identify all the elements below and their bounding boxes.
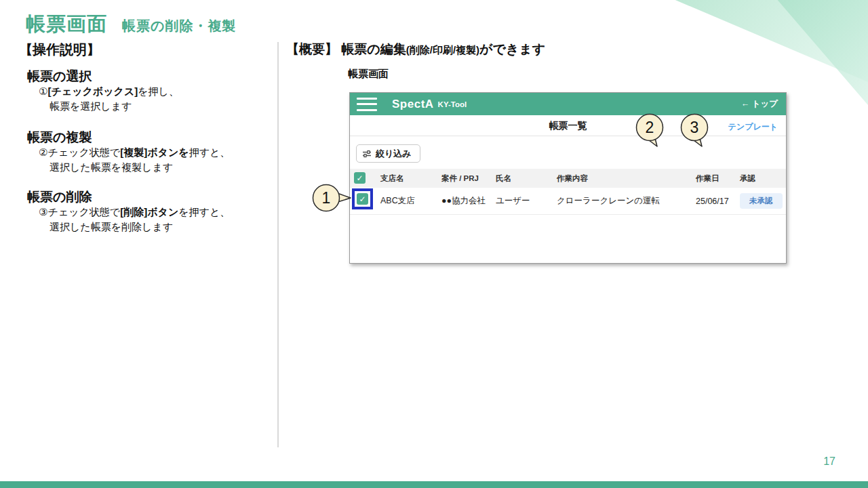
table-row[interactable]: ✓ ABC支店 ●●協力会社 ユーザー クローラークレーンの運転 25/06/1… [350, 188, 786, 215]
app-header: SpectA KY-Tool ← トップ [350, 93, 786, 115]
column-header-name: 氏名 [496, 169, 511, 188]
callout-1-number: 1 [322, 189, 331, 207]
instruction-text: ③チェック状態で [39, 206, 120, 218]
instruction-text: を押すと、 [178, 206, 230, 218]
toolbar: 絞り込み 複製 [350, 136, 786, 169]
corner-triangle-dark [671, 0, 868, 105]
hamburger-menu-icon[interactable] [357, 98, 377, 111]
instruction-bold: [削除]ボタン [120, 206, 178, 218]
app-brand: SpectA [392, 98, 434, 111]
top-link[interactable]: ← トップ [741, 98, 778, 110]
corner-triangle-light [671, 0, 868, 105]
page-title: 帳票画面 [26, 11, 107, 38]
page-subtitle: 帳票の削除・複製 [122, 17, 236, 35]
bottom-accent-bar [0, 481, 868, 488]
page-number: 17 [823, 455, 835, 468]
column-header-project: 案件 / PRJ [441, 169, 479, 188]
section-title-duplicate: 帳票の複製 [27, 129, 92, 146]
instruction-bold: [チェックボックス] [47, 85, 138, 97]
select-all-checkbox[interactable]: ✓ [354, 172, 366, 184]
list-title: 帳票一覧 [350, 120, 786, 132]
overview-label: 【概要】 [286, 42, 338, 56]
instruction-line: 帳票を選択します [50, 100, 132, 113]
instruction-line: ②チェック状態で[複製]ボタンを押すと、 [39, 146, 230, 159]
sliders-icon [362, 150, 372, 158]
app-brand-suffix: KY-Tool [438, 100, 467, 108]
column-header-branch: 支店名 [380, 169, 404, 188]
callout-2-number: 2 [646, 119, 654, 136]
app-subheader: 帳票一覧 テンプレート [350, 115, 786, 136]
overview-paren: (削除/印刷/複製) [406, 44, 479, 56]
instruction-line: ①[チェックボックス]を押し、 [39, 85, 179, 98]
row-checkbox[interactable]: ✓ [357, 193, 368, 205]
instruction-text: ① [39, 85, 47, 97]
instruction-line: 選択した帳票を複製します [50, 161, 173, 174]
overview-suffix: ができます [479, 42, 545, 56]
instruction-line: 選択した帳票を削除します [50, 221, 173, 234]
row-checkbox-highlight-box: ✓ [352, 188, 373, 209]
section-title-select: 帳票の選択 [27, 68, 92, 85]
instruction-text: を押し、 [138, 85, 179, 97]
filter-button-label: 絞り込み [376, 148, 412, 160]
table-header-row: ✓ 支店名 案件 / PRJ 氏名 作業内容 作業日 承認 [350, 169, 786, 188]
instruction-text: 押すと、 [189, 146, 231, 158]
cell-project: ●●協力会社 [441, 188, 486, 214]
column-header-work: 作業内容 [557, 169, 588, 188]
cell-name: ユーザー [496, 188, 530, 214]
screenshot-label: 帳票画面 [348, 68, 389, 81]
operations-heading: 【操作説明】 [19, 41, 100, 59]
callout-3-number: 3 [690, 119, 699, 136]
cell-work: クローラークレーンの運転 [557, 188, 660, 214]
title-row: 帳票画面 帳票の削除・複製 [26, 11, 236, 38]
overview-heading: 【概要】 帳票の編集(削除/印刷/複製)ができます [286, 41, 545, 58]
instruction-text: ②チェック状態で [39, 146, 120, 158]
cell-date: 25/06/17 [696, 188, 729, 214]
slide: 帳票画面 帳票の削除・複製 【操作説明】 帳票の選択 ①[チェックボックス]を押… [0, 0, 868, 488]
column-header-date: 作業日 [696, 169, 719, 188]
template-link[interactable]: テンプレート [728, 121, 778, 133]
column-divider [277, 42, 279, 447]
column-header-approval: 承認 [740, 169, 755, 188]
corner-decoration [671, 0, 868, 105]
callout-3: 3 [675, 113, 715, 148]
status-badge-wrap: 未承認 [740, 188, 783, 214]
callout-1: 1 [309, 180, 353, 216]
status-badge: 未承認 [740, 193, 783, 209]
section-title-delete: 帳票の削除 [27, 188, 92, 206]
instruction-line: ③チェック状態で[削除]ボタンを押すと、 [39, 206, 230, 219]
overview-main: 帳票の編集 [341, 42, 406, 56]
instruction-bold: [複製]ボタンを [120, 146, 189, 158]
cell-branch: ABC支店 [380, 188, 415, 214]
filter-button[interactable]: 絞り込み [356, 144, 420, 163]
callout-2: 2 [631, 113, 670, 148]
app-screenshot: SpectA KY-Tool ← トップ 帳票一覧 テンプレート 絞り込み [349, 92, 787, 264]
